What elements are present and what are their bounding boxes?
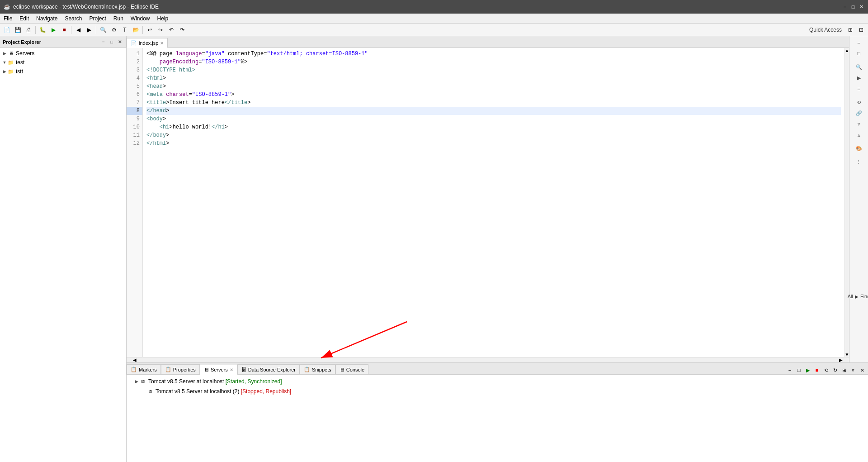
menu-navigate[interactable]: Navigate xyxy=(33,14,61,23)
open-resource-button[interactable]: 📂 xyxy=(131,25,141,35)
code-line-10: <h1>hello world!</h1> xyxy=(146,123,841,131)
toolbar-separator-1 xyxy=(35,26,36,34)
save-button[interactable]: 💾 xyxy=(13,25,23,35)
bottom-tab-properties[interactable]: 📋 Properties xyxy=(161,364,200,374)
debug-button[interactable]: 🐛 xyxy=(38,25,47,35)
code-content[interactable]: <%@ page language="java" contentType="te… xyxy=(143,48,844,357)
bottom-close[interactable]: ✕ xyxy=(858,366,866,374)
sync-button[interactable]: ⟲ xyxy=(854,97,864,107)
eclipse-icon: ☕ xyxy=(4,4,10,10)
tree-label: test xyxy=(16,59,24,66)
explorer-close[interactable]: ✕ xyxy=(116,38,123,46)
main-toolbar: 📄 💾 🖨 🐛 ▶ ■ ◀ ▶ 🔍 ⚙ T 📂 ↩ ↪ ↶ ↷ Quick Ac… xyxy=(0,24,868,36)
view-menu[interactable]: ⋮ xyxy=(854,157,864,167)
search-button[interactable]: 🔍 xyxy=(98,25,108,35)
tab-icon: 🖥 xyxy=(340,367,344,372)
menu-window[interactable]: Window xyxy=(127,14,154,23)
server-status: [Started, Synchronized] xyxy=(226,378,282,385)
line-number-6: 6 xyxy=(127,90,142,99)
link-button[interactable]: 🔗 xyxy=(854,108,864,118)
server-row-0[interactable]: ▶ 🖥 Tomcat v8.5 Server at localhost [Sta… xyxy=(130,376,864,386)
bottom-tab-snippets[interactable]: 📋 Snippets xyxy=(300,364,335,374)
next-edit-button[interactable]: ↪ xyxy=(156,25,165,35)
line-number-7: 7 xyxy=(127,99,142,107)
toolbar-separator-4 xyxy=(142,26,143,34)
code-line-2: pageEncoding="ISO-8859-1"%> xyxy=(146,58,841,66)
explorer-maximize[interactable]: □ xyxy=(108,38,115,46)
close-button[interactable]: ✕ xyxy=(858,4,864,10)
undo-button[interactable]: ↶ xyxy=(166,25,176,35)
minimize-button[interactable]: − xyxy=(842,4,848,10)
menu-edit[interactable]: Edit xyxy=(16,14,33,23)
tab-close-button[interactable]: ✕ xyxy=(160,41,164,46)
find-arrow[interactable]: ▶ xyxy=(855,294,859,299)
line-number-2: 2 xyxy=(127,58,142,66)
code-line-7: <title>Insert title here</title> xyxy=(146,99,841,107)
find-next[interactable]: ▶ xyxy=(854,73,864,83)
menu-help[interactable]: Help xyxy=(154,14,172,23)
menu-file[interactable]: File xyxy=(0,14,16,23)
servers-collapse[interactable]: ▿ xyxy=(849,366,857,374)
servers-stop[interactable]: ■ xyxy=(813,366,821,374)
code-line-4: <html> xyxy=(146,74,841,82)
bottom-maximize[interactable]: □ xyxy=(795,366,803,374)
new-button[interactable]: 📄 xyxy=(2,25,12,35)
line-number-3: 3 xyxy=(127,66,142,74)
find-all-label[interactable]: All xyxy=(848,294,853,299)
tree-item-servers[interactable]: ▶ 🖥 Servers xyxy=(0,49,126,58)
tree-item-tstt[interactable]: ▶ 📁 tstt xyxy=(0,67,126,76)
collapse-all[interactable]: ▿ xyxy=(854,119,864,129)
right-maximize[interactable]: □ xyxy=(854,48,864,58)
bottom-tab-console[interactable]: 🖥 Console xyxy=(335,364,368,374)
explorer-header: Project Explorer − □ ✕ xyxy=(0,36,126,48)
code-editor[interactable]: 123456789101112 <%@ page language="java"… xyxy=(127,48,849,357)
redo-button[interactable]: ↷ xyxy=(177,25,187,35)
previous-edit-button[interactable]: ↩ xyxy=(145,25,155,35)
open-type-button[interactable]: T xyxy=(120,25,130,35)
forward-button[interactable]: ▶ xyxy=(84,25,94,35)
open-perspective-button[interactable]: ⊡ xyxy=(856,25,866,35)
stop-button[interactable]: ■ xyxy=(59,25,69,35)
code-line-3: <!DOCTYPE html> xyxy=(146,66,841,74)
servers-menu[interactable]: ⊞ xyxy=(840,366,848,374)
servers-update[interactable]: ↻ xyxy=(831,366,839,374)
find-all[interactable]: ≡ xyxy=(854,84,864,94)
bottom-minimize[interactable]: − xyxy=(786,366,794,374)
bottom-tabs: 📋 Markers📋 Properties🖥 Servers✕🗄 Data So… xyxy=(127,363,868,375)
tree-item-test[interactable]: ▼ 📁 test xyxy=(0,58,126,67)
print-button[interactable]: 🖨 xyxy=(24,25,33,35)
perspectives-button[interactable]: ⊞ xyxy=(845,25,855,35)
bottom-tab-markers[interactable]: 📋 Markers xyxy=(127,364,161,374)
scroll-right[interactable]: ▶ xyxy=(839,357,843,362)
server-label: Tomcat v8.5 Server at localhost (2) xyxy=(156,388,239,395)
find-prev[interactable]: 🔍 xyxy=(854,62,864,72)
build-button[interactable]: ⚙ xyxy=(109,25,119,35)
code-line-9: <body> xyxy=(146,115,841,123)
editor-tabs: 📄 index.jsp ✕ xyxy=(127,36,849,48)
menu-project[interactable]: Project xyxy=(85,14,109,23)
bottom-tab-data-source-explorer[interactable]: 🗄 Data Source Explorer xyxy=(237,364,300,374)
editor-tab-index-jsp[interactable]: 📄 index.jsp ✕ xyxy=(127,38,168,48)
menu-search[interactable]: Search xyxy=(61,14,85,23)
back-button[interactable]: ◀ xyxy=(73,25,83,35)
run-button[interactable]: ▶ xyxy=(48,25,58,35)
bottom-content: ▶ 🖥 Tomcat v8.5 Server at localhost [Sta… xyxy=(127,375,868,462)
scroll-left[interactable]: ◀ xyxy=(133,357,137,362)
scroll-up[interactable]: ▲ xyxy=(845,48,849,53)
servers-start[interactable]: ▶ xyxy=(804,366,812,374)
expand-all[interactable]: ▵ xyxy=(854,130,864,140)
servers-restart[interactable]: ⟲ xyxy=(822,366,830,374)
bottom-tab-servers[interactable]: 🖥 Servers✕ xyxy=(200,365,237,375)
menu-run[interactable]: Run xyxy=(110,14,127,23)
palette-button[interactable]: 🎨 xyxy=(854,143,864,153)
tree-arrow: ▶ xyxy=(2,69,7,74)
tab-icon: 📄 xyxy=(131,40,137,46)
server-icon: 🖥 xyxy=(139,378,146,385)
right-minimize[interactable]: − xyxy=(854,38,864,48)
tab-close[interactable]: ✕ xyxy=(230,367,233,372)
code-line-12: </html> xyxy=(146,139,841,148)
bottom-panel: 📋 Markers📋 Properties🖥 Servers✕🗄 Data So… xyxy=(127,362,868,462)
server-row-1[interactable]: 🖥 Tomcat v8.5 Server at localhost (2) [S… xyxy=(130,386,864,396)
explorer-minimize[interactable]: − xyxy=(100,38,107,46)
maximize-button[interactable]: □ xyxy=(850,4,856,10)
